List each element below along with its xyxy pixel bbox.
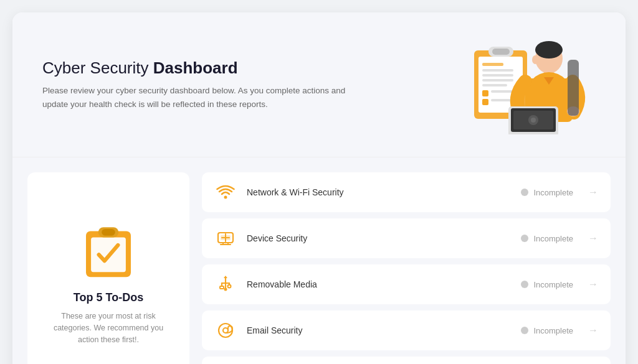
svg-point-47 xyxy=(223,328,228,333)
email-security-label: Email Security xyxy=(247,325,511,335)
svg-rect-3 xyxy=(492,49,510,55)
network-wifi-status: Incomplete xyxy=(521,188,573,197)
svg-rect-9 xyxy=(482,90,488,96)
svg-point-26 xyxy=(531,118,536,123)
device-security-status-text: Incomplete xyxy=(533,234,573,243)
network-wifi-status-text: Incomplete xyxy=(533,188,573,197)
header-section: Cyber Security Dashboard Please review y… xyxy=(12,12,626,157)
email-security-status: Incomplete xyxy=(521,326,573,335)
svg-rect-11 xyxy=(491,90,513,93)
removable-media-arrow: → xyxy=(588,279,598,290)
email-security-status-dot xyxy=(521,327,528,334)
removable-media-status-text: Incomplete xyxy=(533,280,573,289)
header-text: Cyber Security Dashboard Please review y… xyxy=(42,58,354,111)
security-item-network[interactable]: Network & Wi-Fi Security Incomplete → xyxy=(202,172,611,212)
device-security-arrow: → xyxy=(588,233,598,244)
removable-media-status: Incomplete xyxy=(521,280,573,289)
svg-rect-27 xyxy=(568,60,579,116)
title-bold: Dashboard xyxy=(153,58,238,77)
network-wifi-arrow: → xyxy=(588,187,598,198)
page-title: Cyber Security Dashboard xyxy=(42,58,354,78)
security-item-device[interactable]: Device Security Incomplete → xyxy=(202,218,611,258)
svg-point-32 xyxy=(224,196,227,199)
svg-rect-5 xyxy=(482,69,513,72)
svg-rect-7 xyxy=(482,79,513,82)
device-security-status-dot xyxy=(521,235,528,242)
svg-rect-8 xyxy=(482,84,507,86)
device-security-status: Incomplete xyxy=(521,234,573,243)
svg-rect-31 xyxy=(102,229,115,236)
svg-rect-41 xyxy=(220,286,224,289)
right-panel: Network & Wi-Fi Security Incomplete → xyxy=(202,172,611,364)
dashboard-card: Cyber Security Dashboard Please review y… xyxy=(12,12,626,364)
clipboard-icon xyxy=(80,223,136,279)
usb-icon xyxy=(214,273,237,296)
svg-marker-44 xyxy=(224,276,227,278)
network-wifi-status-dot xyxy=(521,189,528,196)
title-plain: Cyber Security xyxy=(42,58,153,77)
security-item-email[interactable]: Email Security Incomplete → xyxy=(202,310,611,350)
removable-media-label: Removable Media xyxy=(247,279,511,289)
header-description: Please review your cyber security dashbo… xyxy=(42,84,354,111)
svg-point-14 xyxy=(535,41,563,58)
left-panel-description: These are your most at risk categories. … xyxy=(42,310,174,345)
svg-point-15 xyxy=(532,55,538,64)
svg-rect-6 xyxy=(482,74,513,77)
email-security-arrow: → xyxy=(588,325,598,336)
svg-point-45 xyxy=(224,288,227,291)
body-section: Top 5 To-Dos These are your most at risk… xyxy=(12,157,626,364)
svg-rect-12 xyxy=(491,99,513,101)
left-panel-title: Top 5 To-Dos xyxy=(74,291,143,304)
email-icon xyxy=(214,319,237,342)
security-item-website[interactable]: Website Security Incomplete → xyxy=(202,357,611,364)
device-icon xyxy=(214,227,237,250)
header-illustration xyxy=(434,35,596,134)
network-wifi-label: Network & Wi-Fi Security xyxy=(247,187,511,197)
device-security-label: Device Security xyxy=(247,233,511,243)
left-panel: Top 5 To-Dos These are your most at risk… xyxy=(27,172,189,364)
illustration-svg xyxy=(434,35,596,134)
svg-rect-10 xyxy=(482,99,488,105)
wifi-icon xyxy=(214,181,237,203)
svg-rect-4 xyxy=(482,63,503,66)
removable-media-status-dot xyxy=(521,281,528,288)
email-security-status-text: Incomplete xyxy=(533,326,573,335)
security-item-removable[interactable]: Removable Media Incomplete → xyxy=(202,264,611,304)
svg-point-43 xyxy=(228,285,231,288)
